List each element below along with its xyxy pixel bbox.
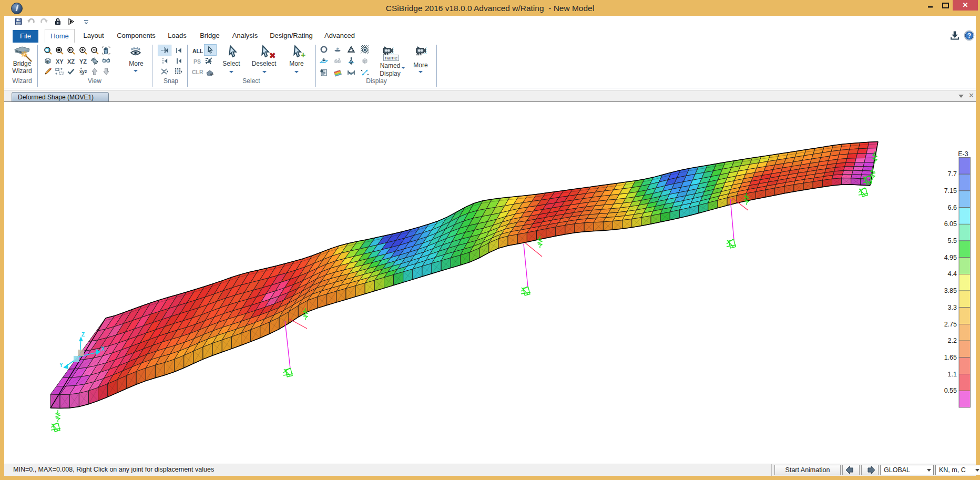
svg-text:XZ: XZ [67, 58, 75, 65]
svg-text:2.75: 2.75 [944, 321, 957, 328]
svg-text:3.3: 3.3 [948, 304, 957, 311]
svg-text:1.1: 1.1 [948, 371, 957, 378]
svg-text:7.7: 7.7 [948, 170, 957, 178]
svg-text:YZ: YZ [79, 58, 87, 65]
svg-text:Z: Z [81, 332, 85, 338]
svg-text:xyz: xyz [79, 69, 87, 74]
svg-text:4.4: 4.4 [948, 270, 957, 278]
svg-text:3.85: 3.85 [944, 287, 957, 294]
svg-text:?: ? [967, 32, 972, 39]
svg-text:Y: Y [59, 362, 63, 368]
svg-text:4.95: 4.95 [944, 254, 957, 261]
svg-text:3D: 3D [46, 60, 50, 64]
svg-text:1.65: 1.65 [944, 354, 957, 361]
svg-text:6.05: 6.05 [944, 220, 957, 228]
svg-text:5.5: 5.5 [948, 237, 957, 244]
svg-text:E-3: E-3 [958, 150, 968, 158]
svg-text:7.15: 7.15 [944, 187, 957, 195]
svg-text:XY: XY [56, 58, 64, 65]
svg-text:X: X [101, 346, 105, 352]
svg-text:2.2: 2.2 [948, 337, 957, 344]
svg-text:0.55: 0.55 [944, 387, 957, 394]
svg-text:6.6: 6.6 [948, 204, 957, 211]
